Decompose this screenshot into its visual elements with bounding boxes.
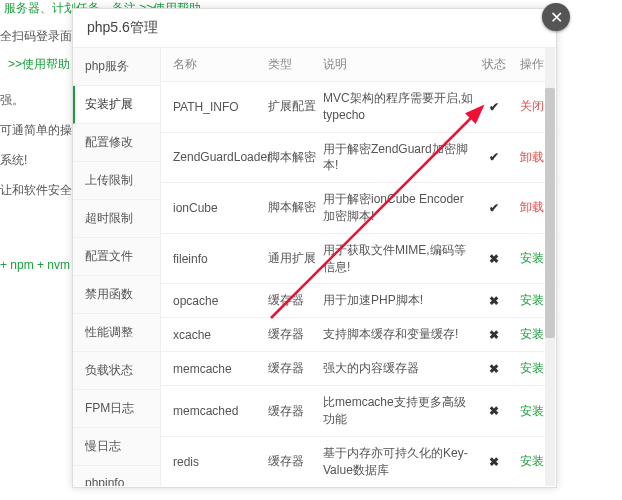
status-icon [480, 404, 508, 418]
ext-desc: 强大的内容缓存器 [323, 360, 480, 377]
ext-name: xcache [173, 328, 268, 342]
ext-desc: 基于内存亦可持久化的Key-Value数据库 [323, 445, 480, 479]
sidebar-item-perf[interactable]: 性能调整 [73, 314, 160, 352]
op-link[interactable]: 安装 [520, 293, 544, 307]
ext-name: fileinfo [173, 252, 268, 266]
scrollbar-thumb[interactable] [545, 88, 555, 338]
op-link[interactable]: 卸载 [520, 150, 544, 164]
table-row: memcache缓存器强大的内容缓存器安装 [161, 352, 556, 386]
table-row: memcached缓存器比memcache支持更多高级功能安装 [161, 386, 556, 437]
col-type: 类型 [268, 56, 323, 73]
sidebar-item-conf[interactable]: 配置文件 [73, 238, 160, 276]
ext-type: 脚本解密 [268, 149, 323, 166]
ext-type: 通用扩展 [268, 250, 323, 267]
status-icon [480, 362, 508, 376]
col-op: 操作 [508, 56, 544, 73]
status-icon [480, 455, 508, 469]
table-row: redis缓存器基于内存亦可持久化的Key-Value数据库安装 [161, 437, 556, 486]
ext-desc: MVC架构的程序需要开启,如typecho [323, 90, 480, 124]
table-row: PATH_INFO扩展配置MVC架构的程序需要开启,如typecho关闭 [161, 82, 556, 133]
ext-name: redis [173, 455, 268, 469]
col-name: 名称 [173, 56, 268, 73]
status-icon [480, 150, 508, 164]
status-icon [480, 294, 508, 308]
ext-type: 缓存器 [268, 403, 323, 420]
table-row: xcache缓存器支持脚本缓存和变量缓存!安装 [161, 318, 556, 352]
op-link[interactable]: 安装 [520, 404, 544, 418]
sidebar-item-slow[interactable]: 慢日志 [73, 428, 160, 466]
ext-desc: 用于解密ZendGuard加密脚本! [323, 141, 480, 175]
op-link[interactable]: 卸载 [520, 200, 544, 214]
sidebar-item-load[interactable]: 负载状态 [73, 352, 160, 390]
ext-name: PATH_INFO [173, 100, 268, 114]
status-icon [480, 328, 508, 342]
ext-desc: 支持脚本缓存和变量缓存! [323, 326, 480, 343]
bg-text: 系统! [0, 152, 27, 169]
status-icon [480, 201, 508, 215]
table-row: ZendGuardLoader脚本解密用于解密ZendGuard加密脚本!卸载 [161, 133, 556, 184]
table-row: ionCube脚本解密用于解密ionCube Encoder加密脚本!卸载 [161, 183, 556, 234]
bg-text: 可通简单的操 [0, 122, 72, 139]
close-button[interactable]: ✕ [542, 3, 570, 31]
col-status: 状态 [480, 56, 508, 73]
sidebar-item-fpm[interactable]: FPM日志 [73, 390, 160, 428]
sidebar-item-timeout[interactable]: 超时限制 [73, 200, 160, 238]
sidebar-item-info[interactable]: phpinfo [73, 466, 160, 486]
ext-desc: 用于获取文件MIME,编码等信息! [323, 242, 480, 276]
table-header: 名称 类型 说明 状态 操作 [161, 48, 556, 82]
ext-type: 缓存器 [268, 360, 323, 377]
sidebar-item-cfg[interactable]: 配置修改 [73, 124, 160, 162]
status-icon [480, 252, 508, 266]
ext-desc: 比memcache支持更多高级功能 [323, 394, 480, 428]
ext-type: 缓存器 [268, 453, 323, 470]
sidebar-item-disfn[interactable]: 禁用函数 [73, 276, 160, 314]
sidebar: php服务安装扩展配置修改上传限制超时限制配置文件禁用函数性能调整负载状态FPM… [73, 48, 161, 486]
ext-desc: 用于解密ionCube Encoder加密脚本! [323, 191, 480, 225]
sidebar-item-svc[interactable]: php服务 [73, 48, 160, 86]
table-row: opcache缓存器用于加速PHP脚本!安装 [161, 284, 556, 318]
op-link[interactable]: 安装 [520, 251, 544, 265]
ext-name: ZendGuardLoader [173, 150, 268, 164]
ext-type: 缓存器 [268, 326, 323, 343]
sidebar-item-upload[interactable]: 上传限制 [73, 162, 160, 200]
op-link[interactable]: 安装 [520, 361, 544, 375]
modal-title: php5.6管理 [73, 9, 556, 48]
main-panel: 名称 类型 说明 状态 操作 PATH_INFO扩展配置MVC架构的程序需要开启… [161, 48, 556, 486]
op-link[interactable]: 关闭 [520, 99, 544, 113]
op-link[interactable]: 安装 [520, 327, 544, 341]
ext-type: 脚本解密 [268, 199, 323, 216]
ext-name: opcache [173, 294, 268, 308]
ext-name: memcache [173, 362, 268, 376]
bg-text: 强。 [0, 92, 24, 109]
col-desc: 说明 [323, 56, 480, 73]
ext-name: memcached [173, 404, 268, 418]
sidebar-item-ext[interactable]: 安装扩展 [73, 86, 160, 124]
bg-text: >>使用帮助 [8, 56, 70, 73]
ext-desc: 用于加速PHP脚本! [323, 292, 480, 309]
op-link[interactable]: 安装 [520, 454, 544, 468]
bg-text: + npm + nvm [0, 258, 70, 272]
table-row: fileinfo通用扩展用于获取文件MIME,编码等信息!安装 [161, 234, 556, 285]
status-icon [480, 100, 508, 114]
ext-type: 缓存器 [268, 292, 323, 309]
php-manage-modal: ✕ php5.6管理 php服务安装扩展配置修改上传限制超时限制配置文件禁用函数… [72, 8, 557, 488]
ext-type: 扩展配置 [268, 98, 323, 115]
ext-name: ionCube [173, 201, 268, 215]
